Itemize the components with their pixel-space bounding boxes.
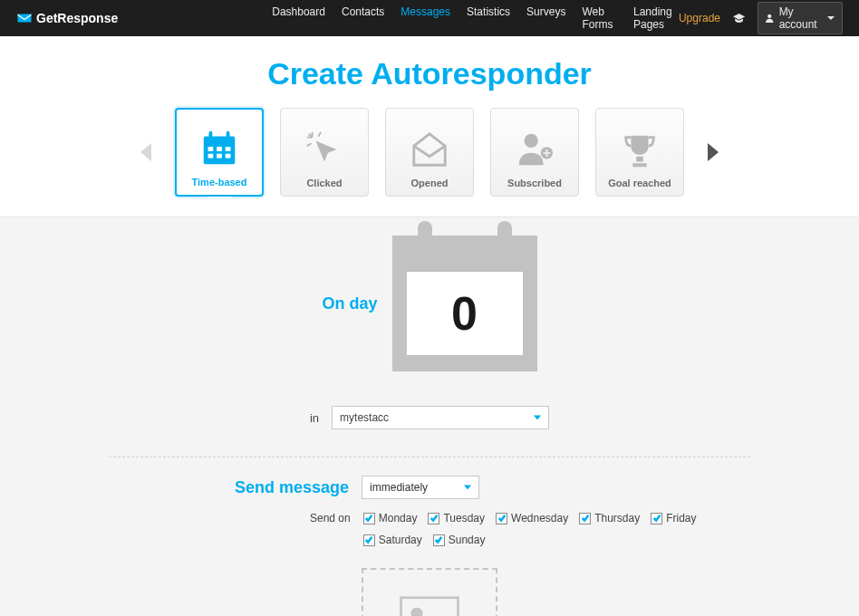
days-checkboxes: Monday Tuesday Wednesday Thursday Friday… <box>363 512 726 546</box>
check-icon <box>581 514 590 523</box>
checkbox-sunday[interactable]: Sunday <box>433 534 486 546</box>
graduation-cap-icon[interactable] <box>733 13 745 24</box>
envelope-open-icon <box>409 129 450 170</box>
check-icon <box>652 514 661 523</box>
checkbox-friday[interactable]: Friday <box>651 512 696 525</box>
nav-item-surveys[interactable]: Surveys <box>526 5 565 31</box>
nav-item-statistics[interactable]: Statistics <box>467 5 510 31</box>
calendar-ring-icon <box>418 221 432 245</box>
svg-rect-3 <box>227 131 230 140</box>
trophy-icon <box>619 129 661 170</box>
campaign-select[interactable]: mytestacc <box>332 406 549 429</box>
divider <box>109 457 750 457</box>
nav-links: Dashboard Contacts Messages Statistics S… <box>272 5 679 31</box>
svg-rect-4 <box>208 147 214 151</box>
row-send-message: Send message immediately <box>235 476 750 499</box>
card-label: Subscribed <box>507 178 562 188</box>
card-goal-reached[interactable]: Goal reached <box>595 108 684 197</box>
page-title: Create Autoresponder <box>0 56 859 91</box>
svg-rect-8 <box>217 154 222 159</box>
check-icon <box>364 535 373 544</box>
svg-point-10 <box>525 134 538 148</box>
svg-rect-6 <box>226 147 231 151</box>
brand-logo[interactable]: GetResponse <box>16 11 118 25</box>
day-label: Wednesday <box>511 512 568 525</box>
card-label: Opened <box>411 178 449 188</box>
top-nav: GetResponse Dashboard Contacts Messages … <box>0 0 859 36</box>
day-label: Thursday <box>594 512 640 525</box>
checkbox-thursday[interactable]: Thursday <box>579 512 640 525</box>
day-label: Friday <box>666 512 696 525</box>
svg-rect-7 <box>208 154 214 159</box>
checkbox-wednesday[interactable]: Wednesday <box>496 512 568 525</box>
chevron-down-icon <box>464 486 471 490</box>
card-label: Goal reached <box>608 178 671 188</box>
day-label: Tuesday <box>443 512 485 525</box>
upgrade-link[interactable]: Upgrade <box>679 12 720 24</box>
check-icon <box>434 535 443 544</box>
send-when-value: immediately <box>370 481 428 494</box>
svg-rect-2 <box>209 131 213 140</box>
check-icon <box>364 514 373 523</box>
checkbox-saturday[interactable]: Saturday <box>363 534 422 546</box>
svg-rect-5 <box>217 147 222 151</box>
calendar-ring-icon <box>497 221 512 245</box>
envelope-icon <box>16 13 33 24</box>
user-icon <box>766 13 774 24</box>
brand-name: GetResponse <box>36 11 118 25</box>
checkbox-tuesday[interactable]: Tuesday <box>428 512 485 525</box>
account-button[interactable]: My account <box>758 2 843 34</box>
check-icon <box>497 514 507 523</box>
campaign-select-value: mytestacc <box>340 411 389 424</box>
carousel-prev-arrow[interactable] <box>140 143 151 161</box>
check-icon <box>430 514 439 523</box>
checkbox-monday[interactable]: Monday <box>363 512 418 525</box>
day-label: Saturday <box>379 534 422 546</box>
card-opened[interactable]: Opened <box>385 108 474 197</box>
user-add-icon <box>514 129 555 170</box>
send-message-label: Send message <box>235 478 349 497</box>
day-label: Sunday <box>449 534 486 546</box>
send-on-label: Send on <box>310 512 351 525</box>
chevron-down-icon <box>827 16 835 20</box>
card-label: Clicked <box>306 178 342 188</box>
day-value: 0 <box>407 272 523 355</box>
on-day-label: On day <box>322 294 377 313</box>
nav-item-dashboard[interactable]: Dashboard <box>272 5 325 31</box>
send-when-select[interactable]: immediately <box>362 476 479 499</box>
trigger-cards-row: Time-based Clicked Opened Subscribed Goa… <box>0 108 859 197</box>
nav-item-messages[interactable]: Messages <box>401 5 450 31</box>
row-send-on: Send on Monday Tuesday Wednesday Thursda… <box>310 512 750 546</box>
account-label: My account <box>779 5 822 31</box>
calendar-icon <box>198 128 240 169</box>
nav-item-landing-pages[interactable]: Landing Pages <box>633 5 679 31</box>
image-placeholder-icon <box>398 593 461 617</box>
day-label: Monday <box>379 512 418 525</box>
chevron-down-icon <box>534 416 541 420</box>
card-clicked[interactable]: Clicked <box>280 108 369 197</box>
svg-rect-12 <box>401 597 458 616</box>
nav-item-web-forms[interactable]: Web Forms <box>582 5 617 31</box>
active-pointer <box>207 197 232 209</box>
day-calendar[interactable]: 0 <box>392 236 537 371</box>
svg-rect-9 <box>226 154 231 159</box>
cursor-click-icon <box>304 129 345 170</box>
row-campaign: in mytestacc <box>109 406 750 429</box>
card-time-based[interactable]: Time-based <box>175 108 264 197</box>
svg-point-13 <box>412 609 422 617</box>
carousel-next-arrow[interactable] <box>708 143 719 161</box>
nav-item-contacts[interactable]: Contacts <box>342 5 384 31</box>
card-subscribed[interactable]: Subscribed <box>490 108 579 197</box>
in-label: in <box>310 411 319 425</box>
nav-right: Upgrade My account <box>679 2 843 34</box>
message-placeholder[interactable] <box>362 568 497 616</box>
row-on-day: On day 0 <box>109 236 750 371</box>
svg-point-0 <box>767 14 771 18</box>
form-panel: On day 0 in mytestacc Send message immed… <box>0 217 859 616</box>
card-label: Time-based <box>192 177 247 188</box>
